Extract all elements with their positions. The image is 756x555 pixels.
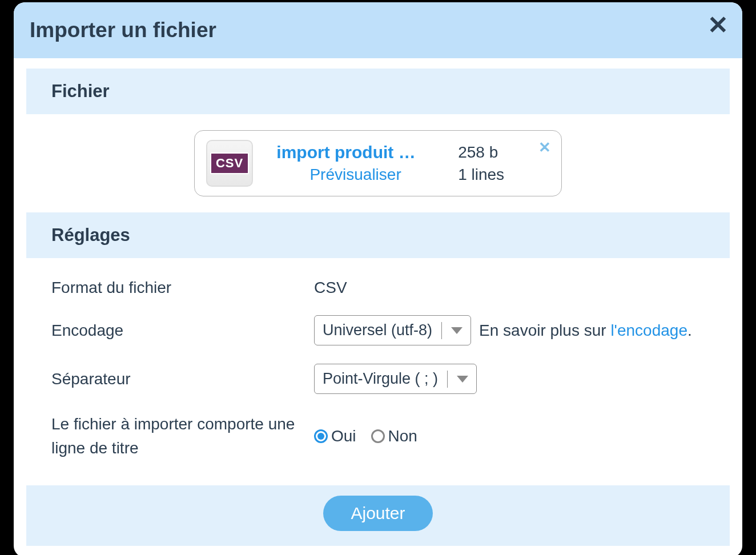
radio-no[interactable]: Non <box>371 427 417 445</box>
file-drop-area: CSV import produit … 258 b Prévisualiser… <box>26 114 730 212</box>
encoding-hint-link[interactable]: l'encodage <box>610 321 687 339</box>
modal-content: Fichier CSV import produit … 258 b Prévi… <box>14 58 742 485</box>
encoding-selected-value: Universel (utf-8) <box>323 321 432 339</box>
csv-file-icon: CSV <box>206 140 253 187</box>
modal-header: Importer un fichier ✕ <box>14 2 742 58</box>
file-type-badge: CSV <box>210 152 249 174</box>
file-size: 258 b <box>458 143 550 162</box>
format-label: Format du fichier <box>51 279 314 297</box>
remove-file-icon[interactable]: ✕ <box>538 139 551 156</box>
title-line-radio-group: Oui Non <box>314 427 417 445</box>
close-icon[interactable]: ✕ <box>707 13 729 38</box>
uploaded-file-card: CSV import produit … 258 b Prévisualiser… <box>194 130 562 196</box>
settings-body: Format du fichier CSV Encodage Universel… <box>26 258 730 485</box>
settings-section-heading: Réglages <box>26 212 730 258</box>
separator-select[interactable]: Point-Virgule ( ; ) <box>314 364 477 394</box>
radio-no-label: Non <box>388 427 417 445</box>
encoding-label: Encodage <box>51 321 314 340</box>
select-divider <box>441 322 442 339</box>
file-info: import produit … 258 b Prévisualiser 1 l… <box>263 143 550 184</box>
file-lines-count: 1 lines <box>458 166 550 184</box>
file-section-heading: Fichier <box>26 69 730 114</box>
modal-footer: Ajouter <box>26 485 730 546</box>
setting-row-encoding: Encodage Universel (utf-8) En savoir plu… <box>51 306 705 355</box>
separator-label: Séparateur <box>51 370 314 388</box>
preview-link[interactable]: Prévisualiser <box>263 166 448 184</box>
encoding-select[interactable]: Universel (utf-8) <box>314 315 471 345</box>
encoding-hint-prefix: En savoir plus sur <box>479 321 610 339</box>
radio-icon <box>371 429 385 443</box>
setting-row-format: Format du fichier CSV <box>51 270 705 306</box>
import-file-modal: Importer un fichier ✕ Fichier CSV import… <box>14 2 742 555</box>
submit-button[interactable]: Ajouter <box>323 496 432 531</box>
radio-icon <box>314 429 328 443</box>
title-line-label: Le fichier à importer comporte une ligne… <box>51 412 314 460</box>
setting-row-separator: Séparateur Point-Virgule ( ; ) <box>51 355 705 403</box>
encoding-hint-suffix: . <box>687 321 692 339</box>
file-name[interactable]: import produit … <box>263 143 429 162</box>
chevron-down-icon <box>451 327 463 334</box>
radio-yes[interactable]: Oui <box>314 427 356 445</box>
setting-row-title-line: Le fichier à importer comporte une ligne… <box>51 403 705 469</box>
modal-title: Importer un fichier <box>30 18 726 42</box>
radio-yes-label: Oui <box>331 427 356 445</box>
encoding-hint: En savoir plus sur l'encodage. <box>479 321 692 340</box>
separator-selected-value: Point-Virgule ( ; ) <box>323 370 438 388</box>
select-divider <box>447 371 448 388</box>
format-value: CSV <box>314 279 347 297</box>
chevron-down-icon <box>457 376 468 383</box>
